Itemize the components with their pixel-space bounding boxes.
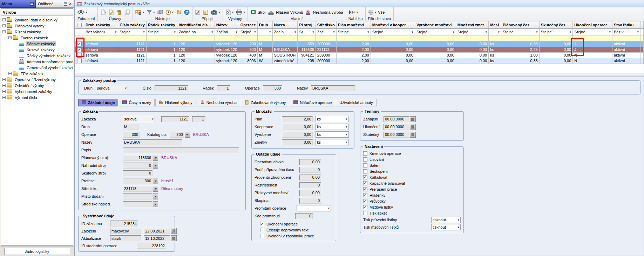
lookup-button[interactable] xyxy=(153,163,158,169)
tree-item-rizeni-zakazky[interactable]: −Řízení zakázky xyxy=(1,29,73,35)
quick-filter-cell[interactable] xyxy=(177,35,215,41)
zmetky-unit-select[interactable]: ks▾ xyxy=(316,139,349,145)
tisk-pruvodni-listiny-select[interactable]: tisknout▾ xyxy=(431,217,461,223)
checkbox-row-kapacitne-bilancovat[interactable]: Kapacitně bilancovat xyxy=(363,180,461,186)
checklist-button[interactable] xyxy=(203,9,209,15)
tree-expand-toggle[interactable]: − xyxy=(2,30,6,33)
jadro-logistiky-button[interactable]: Jádro logistiky xyxy=(4,248,70,255)
quick-filter-cell[interactable] xyxy=(573,35,612,41)
checkbox-row-baleni[interactable]: Balení xyxy=(363,162,461,168)
tab-zakladni-udaje[interactable]: Základní údaje xyxy=(78,99,118,106)
col-header-nazev[interactable]: Název xyxy=(272,21,298,28)
lookup-button[interactable] xyxy=(153,186,158,192)
col-header-radek-zakazky[interactable]: Řádek zakázky xyxy=(146,21,177,28)
vyrobene-input[interactable]: 0,00 xyxy=(282,132,313,138)
tree-item-adresna-transformace-prodejni-obj[interactable]: Adresná transformace prodejní obj xyxy=(1,59,73,65)
calendar-button[interactable] xyxy=(171,235,177,241)
stroj-button[interactable]: Stroj xyxy=(250,9,266,15)
checkbox-row-hlasenky[interactable]: Hlášenky xyxy=(363,192,461,198)
zahajeni-date-input[interactable]: 00.00.0000 xyxy=(384,116,409,122)
tree-expand-toggle[interactable]: − xyxy=(8,36,12,39)
checkbox[interactable] xyxy=(363,175,367,179)
photo-button[interactable]: ▾ xyxy=(211,10,220,15)
filter-cell[interactable]: Stejné▾ xyxy=(501,28,539,35)
filter-cell[interactable]: ...▾ xyxy=(489,28,501,35)
tree-item-seriove-zakazky[interactable]: Sériové zakázky xyxy=(1,41,73,47)
print-button[interactable]: ▾ xyxy=(236,9,245,15)
view-button[interactable]: ▾ xyxy=(77,10,87,15)
filter-cell[interactable]: Začín...▾ xyxy=(272,28,298,35)
checkbox[interactable] xyxy=(363,199,367,203)
tree-item-generovani-vyrobni-zakazky-s-rozp[interactable]: Generování výrobní zakázky s rozp xyxy=(1,65,73,71)
quick-filter-cell[interactable] xyxy=(84,35,118,41)
checkbox-row-pruvodky[interactable]: Průvodky xyxy=(363,198,461,204)
quick-filter-cell[interactable] xyxy=(456,35,488,41)
tree-item-tvorba-zakazek[interactable]: −Tvorba zakázek xyxy=(1,35,73,41)
checkbox[interactable] xyxy=(260,222,264,226)
tree-item-vyhodnoceni-zakazky[interactable]: +Vyhodnocení zakázky xyxy=(1,88,73,94)
export-excel-button[interactable]: X▾ xyxy=(225,9,234,15)
lookup-button[interactable] xyxy=(185,132,190,138)
checkbox-row-preruseni-prace[interactable]: Přerušení práce xyxy=(363,186,461,192)
zmetky-input[interactable]: 0,00 xyxy=(282,139,313,145)
filter-cell[interactable]: Zači...▾ xyxy=(316,28,336,35)
nazev-detail-input[interactable]: BRUSKA xyxy=(123,139,182,145)
col-header-planovany-cas[interactable]: Plánovaný čas xyxy=(501,21,539,28)
row-checkbox-cell[interactable] xyxy=(75,58,84,64)
history-button[interactable]: ▾ xyxy=(165,9,174,15)
copy-record-button[interactable] xyxy=(124,9,130,15)
filter-cell[interactable]: Začíná...▾ xyxy=(215,28,239,35)
checkbox-row-tisk-etiket[interactable]: Tisk etiket xyxy=(363,210,461,216)
katalog-op-input[interactable]: 300 xyxy=(170,132,184,138)
zalozeni-user-input[interactable]: makovcov xyxy=(110,228,141,234)
planovany-stroj-link[interactable]: BRUSKA xyxy=(161,156,177,160)
roztristenost-input[interactable]: 0 xyxy=(299,182,321,188)
zalozeni-date-input[interactable]: 22.09.2021 xyxy=(144,228,170,234)
checkbox[interactable] xyxy=(363,211,367,215)
quick-filter-cell[interactable] xyxy=(75,35,84,41)
col-header-skutecny-cas[interactable]: Skutečný čas xyxy=(539,21,573,28)
checkbox[interactable] xyxy=(363,151,367,156)
quick-filter-cell[interactable] xyxy=(316,35,336,41)
profese-input[interactable]: 300 xyxy=(123,178,152,184)
tisk-mzdovych-listku-select[interactable]: tisknout▾ xyxy=(431,224,461,230)
popis-input[interactable] xyxy=(123,147,239,153)
filter-cell[interactable]: Stejné▾ xyxy=(573,28,612,35)
checkbox[interactable] xyxy=(363,169,367,173)
row-checkbox[interactable] xyxy=(77,53,82,58)
kod-promitnuti-input[interactable]: 0 xyxy=(295,213,313,219)
tree-item-kusove-zakazky[interactable]: Kusové zakázky xyxy=(1,47,73,53)
neshodna-vyroba-button[interactable]: Neshodná výroba xyxy=(305,10,343,15)
skutecny-stroj-input[interactable]: 0 xyxy=(123,170,152,176)
select-all-checkbox[interactable] xyxy=(77,23,82,27)
tree-item-tpv-zakazek[interactable]: +TPV zakázek xyxy=(1,71,73,77)
new-record-button[interactable] xyxy=(100,9,106,15)
edit-record-button[interactable] xyxy=(108,9,114,15)
col-header-merj[interactable]: MerJ xyxy=(489,21,501,28)
calendar-button[interactable] xyxy=(171,228,177,234)
zakazka-radek-input[interactable]: 1 xyxy=(192,116,205,122)
podil-pripravneho-casu-input[interactable]: 0 xyxy=(299,167,321,173)
tree-expand-toggle[interactable]: + xyxy=(2,84,6,87)
checkbox-row-lisovani[interactable]: Lisování xyxy=(363,156,461,162)
misto-dodani-input[interactable] xyxy=(123,193,152,199)
katalog-op-link[interactable]: BRUSKA xyxy=(193,132,209,137)
col-header-mnozstvi-v-kooper[interactable]: Množství v kooper... xyxy=(371,21,415,28)
filter-cell[interactable]: ...▾ xyxy=(257,28,272,35)
tree-expand-toggle[interactable]: + xyxy=(2,78,6,81)
row-checkbox[interactable] xyxy=(77,59,82,63)
quick-filter-cell[interactable] xyxy=(489,35,501,41)
grid-row[interactable]: sériová11211120výrobek 1208006Wzámečnick… xyxy=(75,58,644,64)
tab-naradove-operace[interactable]: Nářaďové operace xyxy=(290,99,335,106)
filter-cell[interactable]: St...▾ xyxy=(298,28,316,35)
delete-record-button[interactable] xyxy=(116,9,122,15)
col-header-ukonceni-operace[interactable]: Ukončení operace xyxy=(573,21,612,28)
col-header-pl-stroj[interactable]: Pl.stroj xyxy=(298,21,316,28)
procento-zhodnoceni-input[interactable]: 0,00 xyxy=(299,175,321,180)
minimize-panel-icon[interactable] xyxy=(30,2,34,6)
nahradni-stroj-input[interactable]: 0 xyxy=(123,163,152,169)
menu-tab[interactable]: Menu xyxy=(0,0,36,8)
filter-cell[interactable]: Bez výběru▾ xyxy=(84,28,118,35)
select-all-header-cell[interactable] xyxy=(75,21,84,28)
col-header-operace[interactable]: Operace xyxy=(239,21,257,28)
